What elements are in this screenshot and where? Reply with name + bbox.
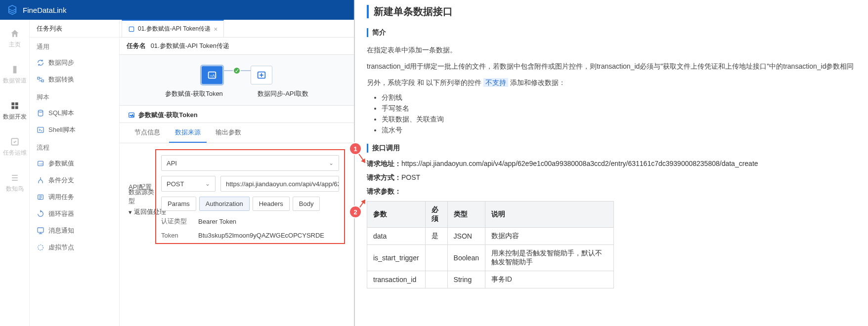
svg-point-17 bbox=[38, 245, 43, 250]
tab-main[interactable]: 01.参数赋值-API Token传递 × bbox=[122, 20, 224, 37]
rail-ops[interactable]: 任务运维 bbox=[3, 137, 27, 157]
check-icon: ✓ bbox=[233, 67, 241, 75]
doc-title: 新建单条数据接口 bbox=[367, 5, 856, 18]
params-table: 参数 必须 类型 说明 data是JSON数据内容 is_start_trigg… bbox=[367, 201, 614, 288]
group-script: 脚本 bbox=[30, 88, 119, 105]
panel-icon: =A bbox=[128, 111, 135, 119]
svg-rect-10 bbox=[42, 80, 43, 82]
marker-2: 2 bbox=[350, 206, 361, 217]
tab-body[interactable]: Body bbox=[293, 197, 320, 211]
doc-section-api: 接口调用 bbox=[367, 144, 856, 153]
doc-p1: 在指定表单中添加一条数据。 bbox=[367, 44, 856, 56]
top-bar: FineDataLink bbox=[0, 0, 354, 20]
group-flow: 流程 bbox=[30, 138, 119, 155]
svg-rect-4 bbox=[15, 106, 18, 109]
req-address: 请求地址：https://api.jiandaoyun.com/api/v4/a… bbox=[367, 160, 856, 168]
table-row: is_start_triggerBoolean用来控制是否触发智能助手，默认不触… bbox=[367, 244, 614, 271]
th-required: 必须 bbox=[425, 201, 447, 227]
side-call-task[interactable]: 调用任务 bbox=[30, 189, 119, 205]
rail-home[interactable]: 主页 bbox=[9, 29, 21, 49]
flow-node-sync[interactable] bbox=[251, 66, 272, 84]
list-item: 手写签名 bbox=[382, 104, 856, 113]
side-loop-container[interactable]: 循环容器 bbox=[30, 205, 119, 222]
req-method: 请求方式：POST bbox=[367, 173, 856, 182]
req-params-label: 请求参数： bbox=[367, 187, 856, 196]
highlighted-config-box: API⌄ POST⌄ https://api.jiandaoyun.com/ap… bbox=[155, 149, 345, 244]
api-cfg-label: API配置 bbox=[129, 183, 173, 192]
brand-logo-icon bbox=[7, 4, 18, 15]
side-shell-script[interactable]: Shell脚本 bbox=[30, 122, 119, 138]
token-value: Btu3skup52lmoon9yQAZWGEcOPCYSRDE bbox=[198, 232, 324, 239]
group-general: 通用 bbox=[30, 38, 119, 54]
doc-p2: transaction_id用于绑定一批上传的文件，若数据中包含附件或图片控件，… bbox=[367, 60, 856, 73]
th-type: 类型 bbox=[447, 201, 485, 227]
svg-rect-16 bbox=[38, 228, 43, 232]
table-row: data是JSON数据内容 bbox=[367, 227, 614, 244]
sync-node-icon bbox=[256, 70, 267, 81]
svg-rect-2 bbox=[15, 102, 18, 105]
flow-connector: ✓ bbox=[223, 70, 251, 71]
side-virtual-node[interactable]: 虚拟节点 bbox=[30, 239, 119, 256]
task-list-title: 任务列表 bbox=[30, 20, 119, 38]
list-item: 关联数据、关联查询 bbox=[382, 115, 856, 124]
side-condition-branch[interactable]: 条件分支 bbox=[30, 172, 119, 189]
api-url-input[interactable]: https://api.jiandaoyun.com/api/v4/app/62… bbox=[220, 176, 339, 192]
side-param-assign[interactable]: =A参数赋值 bbox=[30, 155, 119, 172]
doc-panel: 1 2 新建单条数据接口 简介 在指定表单中添加一条数据。 transactio… bbox=[355, 0, 868, 326]
component-palette: 任务列表 通用 数据同步 数据转换 脚本 SQL脚本 Shell脚本 流程 =A… bbox=[30, 20, 120, 326]
svg-rect-1 bbox=[11, 102, 14, 105]
side-data-sync[interactable]: 数据同步 bbox=[30, 54, 119, 71]
side-data-transform[interactable]: 数据转换 bbox=[30, 71, 119, 88]
param-node-icon: =A bbox=[207, 70, 217, 81]
form-area: 数据源类型 API⌄ POST⌄ https://api.jiandaoyun.… bbox=[120, 143, 354, 204]
panel-title-bar: =A 参数赋值-获取Token bbox=[120, 106, 354, 123]
tab-params[interactable]: Params bbox=[161, 197, 196, 211]
tab-icon bbox=[128, 26, 135, 33]
node2-caption: 数据同步-API取数 bbox=[258, 89, 308, 98]
highlight-unsupported: 不支持 bbox=[483, 78, 508, 87]
close-icon[interactable]: × bbox=[214, 25, 217, 33]
doc-section-intro: 简介 bbox=[367, 28, 856, 37]
doc-unsupported-list: 分割线 手写签名 关联数据、关联查询 流水号 bbox=[367, 93, 856, 135]
svg-rect-3 bbox=[11, 106, 14, 109]
svg-rect-9 bbox=[38, 77, 40, 79]
rail-datainsight[interactable]: 数知鸟 bbox=[6, 173, 24, 193]
svg-rect-18 bbox=[129, 27, 133, 31]
left-rail: 主页 数据管道 数据开发 任务运维 数知鸟 bbox=[0, 20, 30, 326]
svg-point-11 bbox=[38, 110, 43, 112]
side-sql-script[interactable]: SQL脚本 bbox=[30, 105, 119, 122]
th-desc: 说明 bbox=[485, 201, 613, 227]
svg-rect-0 bbox=[13, 66, 16, 74]
rail-dev[interactable]: 数据开发 bbox=[3, 101, 27, 121]
th-param: 参数 bbox=[367, 201, 426, 227]
side-notification[interactable]: 消息通知 bbox=[30, 222, 119, 239]
task-name-bar: 任务名 01.参数赋值-API Token传递 bbox=[120, 38, 354, 55]
auth-type-label: 认证类型 bbox=[161, 217, 188, 226]
ds-type-select[interactable]: API⌄ bbox=[161, 155, 339, 171]
chevron-down-icon: ⌄ bbox=[329, 160, 334, 166]
tab-authorization[interactable]: Authorization bbox=[199, 197, 250, 211]
brand-title: FineDataLink bbox=[23, 6, 66, 14]
tab-bar: 01.参数赋值-API Token传递 × bbox=[120, 20, 354, 38]
table-row: transaction_idString事务ID bbox=[367, 271, 614, 288]
svg-text:=A: =A bbox=[39, 163, 43, 165]
doc-p3: 另外，系统字段 和 以下所列举的控件 不支持 添加和修改数据： bbox=[367, 77, 856, 89]
task-name-value: 01.参数赋值-API Token传递 bbox=[151, 42, 229, 49]
marker-1: 1 bbox=[350, 143, 361, 154]
chevron-down-icon: ⌄ bbox=[205, 180, 210, 187]
flow-canvas[interactable]: =A ✓ 参数赋值-获取Token 数据同步-API取数 bbox=[120, 55, 354, 106]
node1-caption: 参数赋值-获取Token bbox=[165, 89, 223, 98]
token-label: Token bbox=[161, 232, 188, 239]
list-item: 流水号 bbox=[382, 126, 856, 135]
flow-node-param[interactable]: =A bbox=[201, 66, 223, 84]
tab-headers[interactable]: Headers bbox=[253, 197, 290, 211]
svg-text:=A: =A bbox=[130, 114, 134, 117]
svg-text:=A: =A bbox=[210, 74, 215, 78]
auth-type-value: Bearer Token bbox=[198, 218, 236, 225]
rail-pipeline[interactable]: 数据管道 bbox=[3, 65, 27, 85]
list-item: 分割线 bbox=[382, 93, 856, 102]
